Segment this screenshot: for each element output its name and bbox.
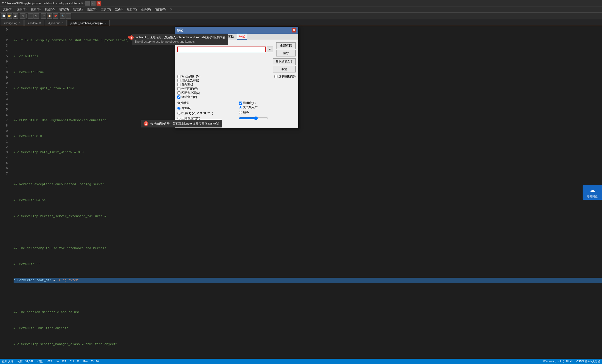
checkbox-mark-line-label: 标记所在行(M) (182, 74, 200, 79)
close-button[interactable]: ✕ (97, 1, 101, 6)
code-content: ## If True, display controls to shut dow… (10, 26, 602, 359)
menu-language[interactable]: 语言(L) (71, 7, 85, 12)
checkbox-match-newline[interactable] (181, 122, 184, 125)
tab-condarc-label: .condarc (27, 21, 38, 24)
cancel-button[interactable]: 取消 (273, 66, 296, 73)
tab-changelog[interactable]: change.log ✕ (1, 20, 24, 26)
menu-encoding[interactable]: 编码(N) (57, 7, 71, 12)
menu-help[interactable]: ? (168, 8, 174, 12)
toolbar-copy[interactable]: 📋 (47, 13, 52, 19)
maximize-button[interactable]: □ (91, 1, 96, 6)
code-line-12 (14, 230, 602, 235)
mark-all-button[interactable]: 全部标记 (276, 42, 296, 49)
toolbar-new[interactable]: 📄 (1, 13, 6, 19)
line-num-21: 1 (0, 139, 8, 145)
code-line-3: # c.ServerApp.quit_button = True (14, 86, 602, 91)
dialog-tab-find-in-files[interactable]: 文件查找 (199, 34, 216, 40)
toolbar-cut[interactable]: ✂ (41, 13, 46, 19)
menu-edit[interactable]: 编辑(E) (15, 7, 28, 12)
radio-normal-input[interactable] (177, 107, 181, 110)
status-length: 长度：37,649 (17, 360, 33, 363)
menu-tools[interactable]: 工具(O) (99, 7, 113, 12)
checkbox-clear-prev: 清除上次标记 (177, 79, 235, 83)
code-line-4 (14, 102, 602, 107)
toolbar-paste[interactable]: 📌 (53, 13, 58, 19)
checkbox-reverse-input[interactable] (177, 83, 181, 86)
checkbox-whole-word-input[interactable] (177, 87, 181, 90)
status-right-label: CSDN @Ada大佬栏 (576, 360, 600, 363)
menu-macro[interactable]: 宏(M) (113, 7, 124, 12)
toolbar-save[interactable]: 💾 (13, 13, 18, 19)
toolbar-find[interactable]: 🔍 (60, 13, 65, 19)
menu-view[interactable]: 视图(V) (43, 7, 56, 12)
checkbox-clear-prev-input[interactable] (177, 79, 181, 82)
search-input[interactable] (177, 47, 266, 52)
tab-idrsa[interactable]: id_rsa.pub ✕ (45, 20, 67, 26)
line-num-12: 2 (0, 91, 8, 96)
status-bar-right: Windows (CR LF) UTF-8 CSDN @Ada大佬栏 (543, 360, 600, 363)
dialog-tab-find[interactable]: 查找 (175, 34, 187, 40)
radio-extended-input[interactable] (177, 112, 181, 115)
match-newline-label: 匹配新行 (185, 121, 197, 125)
toolbar-redo[interactable]: ↪ (33, 13, 39, 19)
transparency-slider[interactable] (239, 116, 268, 120)
dialog-close-button[interactable]: ✕ (292, 28, 296, 32)
checkbox-clear-prev-label: 清除上次标记 (182, 79, 199, 83)
menu-settings[interactable]: 设置(T) (85, 7, 98, 12)
radio-regex-input[interactable] (177, 117, 181, 120)
checkbox-loop-search-input[interactable] (177, 95, 181, 99)
search-dropdown[interactable]: ▼ (267, 47, 273, 52)
code-line-14: # Default: '' (14, 262, 602, 267)
code-line-6: # Default: 0.0 (14, 134, 602, 139)
code-line-2: # Default: True (14, 70, 602, 75)
menu-plugins[interactable]: 插件(P) (139, 7, 153, 12)
copy-marked-button[interactable]: 复制标记文本 (273, 58, 296, 65)
checkbox-select-range: 选取范围内(I) (274, 74, 296, 79)
minimize-button[interactable]: — (85, 1, 90, 6)
line-num-6: 6 (0, 59, 8, 64)
tab-jupyter-config-close[interactable]: ✕ (105, 22, 107, 24)
clear-button[interactable]: 清除 (276, 50, 296, 56)
line-num-25: 5 (0, 160, 8, 166)
dialog-title: 标记 (177, 28, 183, 32)
dialog-bottom: 查找模式 普通(N) 扩展(X) (\n, \r, \t, \0, \x...) (177, 101, 296, 125)
dialog-tab-find-in-project[interactable]: 工程中查找 (216, 34, 237, 40)
transparency-checkbox[interactable] (239, 102, 242, 105)
menu-search[interactable]: 搜索(S) (29, 7, 43, 12)
tab-jupyter-config[interactable]: jupyter_notebook_config.py ✕ (67, 20, 110, 26)
line-num-14: 4 (0, 102, 8, 107)
cloud-button[interactable]: ☁ 夸克网盘 (583, 185, 602, 200)
tab-condarc[interactable]: .condarc ✕ (24, 20, 44, 26)
transparency-always: 始终 (239, 110, 296, 114)
checkbox-select-range-input[interactable] (274, 75, 278, 78)
dialog-tab-mark[interactable]: 标记 (237, 34, 247, 40)
find-dialog[interactable]: 标记 ✕ 查找 替换 文件查找 工程中查找 标记 ▼ 全部标记 清除 (175, 27, 298, 128)
line-num-26: 6 (0, 166, 8, 171)
tab-changelog-close[interactable]: ✕ (19, 21, 21, 24)
menu-window[interactable]: 窗口(W) (153, 7, 168, 12)
toolbar-replace[interactable]: ↔ (66, 13, 71, 19)
radio-always[interactable] (239, 111, 242, 114)
checkbox-reverse-label: 反向查找 (182, 83, 193, 87)
tab-condarc-close[interactable]: ✕ (39, 21, 41, 24)
line-num-27: 7 (0, 171, 8, 177)
dialog-tab-replace[interactable]: 替换 (187, 34, 199, 40)
code-line-7: # c.ServerApp.rate_limit_window = 0.0 (14, 150, 602, 155)
checkbox-mark-line-input[interactable] (177, 75, 181, 78)
checkbox-mark-line: 标记所在行(M) (177, 74, 235, 79)
code-line-19: # c.ServerApp.session_manager_class = 'b… (14, 342, 602, 347)
editor-area: 0 1 2 3 4 5 6 7 8 9 0 1 2 3 4 5 6 7 8 9 … (0, 26, 602, 359)
title-bar: C:/Users/ASUS/jupyter/jupyter_notebook_c… (0, 0, 602, 7)
radio-after-focus[interactable] (239, 106, 242, 109)
search-mode-label: 查找模式 (177, 101, 234, 105)
menu-run[interactable]: 运行(R) (125, 7, 139, 12)
toolbar-open[interactable]: 📂 (7, 13, 12, 19)
menu-file[interactable]: 文件(F) (1, 7, 14, 12)
dialog-extra-buttons: 复制标记文本 取消 (273, 58, 296, 73)
checkbox-match-case-input[interactable] (177, 91, 181, 94)
status-ln: Ln：965 (56, 360, 66, 363)
toolbar-print[interactable]: 🖨 (20, 13, 25, 19)
tab-idrsa-close[interactable]: ✕ (62, 21, 64, 24)
toolbar-undo[interactable]: ↩ (28, 13, 33, 19)
radio-normal-label: 普通(N) (182, 106, 191, 110)
